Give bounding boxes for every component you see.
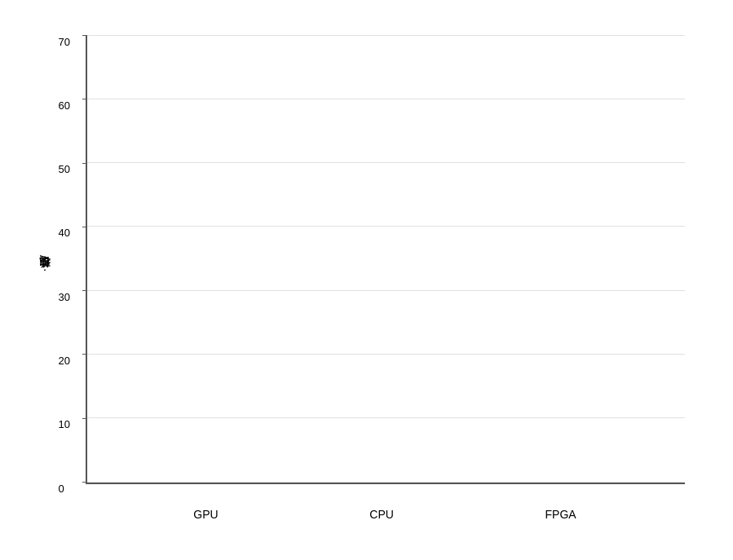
y-axis-label: 功耗单位：W (37, 255, 51, 277)
y-tick-label: 10 (59, 418, 70, 430)
y-tick-label: 70 (59, 35, 70, 47)
y-tick-label: 0 (59, 482, 64, 494)
y-tick-label: 50 (59, 163, 70, 175)
bars-container (87, 36, 685, 483)
y-tick-label: 20 (59, 354, 70, 366)
chart-container: 功耗单位：W 010203040506070 GPUCPUFPGA (16, 15, 718, 545)
x-labels: GPUCPUFPGA (86, 508, 685, 521)
chart-area: 010203040506070 (86, 36, 685, 484)
x-label-fpga: FPGA (545, 508, 576, 521)
chart-wrapper: 功耗单位：W 010203040506070 GPUCPUFPGA (33, 28, 701, 533)
y-tick-label: 40 (59, 227, 70, 239)
x-label-cpu: CPU (369, 508, 394, 521)
x-label-gpu: GPU (193, 508, 218, 521)
y-tick-label: 60 (59, 99, 70, 111)
y-tick-label: 30 (59, 290, 70, 302)
